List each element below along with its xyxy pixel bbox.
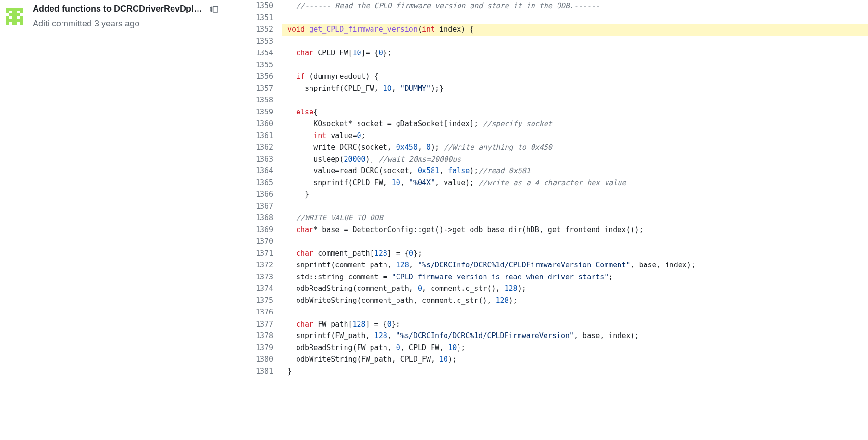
line-source[interactable]: odbReadString(comment_path, 0, comment.c… xyxy=(282,283,868,295)
line-number[interactable]: 1375 xyxy=(241,295,282,307)
line-source[interactable]: snprintf(comment_path, 128, "%s/DCRCInfo… xyxy=(282,259,868,271)
line-source[interactable] xyxy=(282,59,868,71)
line-number[interactable]: 1372 xyxy=(241,259,282,271)
line-source[interactable]: odbWriteString(FW_path, CPLD_FW, 10); xyxy=(282,353,868,365)
versions-icon[interactable] xyxy=(210,5,218,13)
line-number[interactable]: 1354 xyxy=(241,47,282,59)
line-number[interactable]: 1364 xyxy=(241,165,282,177)
line-source[interactable] xyxy=(282,36,868,48)
line-number[interactable]: 1355 xyxy=(241,59,282,71)
line-source[interactable] xyxy=(282,236,868,248)
svg-rect-10 xyxy=(20,16,23,19)
line-number[interactable]: 1369 xyxy=(241,224,282,236)
code-line: 1366 } xyxy=(241,189,868,201)
commit-title[interactable]: Added functions to DCRCDriverRevDplus... xyxy=(33,3,206,15)
svg-rect-11 xyxy=(12,16,17,19)
line-number[interactable]: 1351 xyxy=(241,12,282,24)
line-source[interactable]: int value=0; xyxy=(282,130,868,142)
code-line: 1378 snprintf(FW_path, 128, "%s/DCRCInfo… xyxy=(241,330,868,342)
code-line: 1363 usleep(20000); //wait 20ms=20000us xyxy=(241,153,868,165)
line-number[interactable]: 1373 xyxy=(241,271,282,283)
line-number[interactable]: 1356 xyxy=(241,71,282,83)
code-line: 1361 int value=0; xyxy=(241,130,868,142)
code-line: 1375 odbWriteString(comment_path, commen… xyxy=(241,295,868,307)
svg-rect-1 xyxy=(20,8,23,11)
line-number[interactable]: 1380 xyxy=(241,353,282,365)
code-line: 1370 xyxy=(241,236,868,248)
line-source[interactable]: snprintf(CPLD_FW, 10, "%04X", value); //… xyxy=(282,177,868,189)
line-number[interactable]: 1362 xyxy=(241,141,282,153)
code-line: 1381} xyxy=(241,365,868,377)
line-number[interactable]: 1357 xyxy=(241,83,282,95)
line-number[interactable]: 1370 xyxy=(241,236,282,248)
line-source[interactable]: char FW_path[128] = {0}; xyxy=(282,318,868,330)
line-number[interactable]: 1374 xyxy=(241,283,282,295)
line-source[interactable]: } xyxy=(282,365,868,377)
commit-info[interactable]: Added functions to DCRCDriverRevDplus...… xyxy=(3,3,235,30)
code-pane[interactable]: 1350 //------ Read the CPLD firmware ver… xyxy=(241,0,868,440)
code-line: 1356 if (dummyreadout) { xyxy=(241,71,868,83)
line-number[interactable]: 1376 xyxy=(241,306,282,318)
line-source[interactable]: //------ Read the CPLD firmware version … xyxy=(282,0,868,12)
line-source[interactable]: snprintf(CPLD_FW, 10, "DUMMY");} xyxy=(282,83,868,95)
app-root: Added functions to DCRCDriverRevDplus...… xyxy=(0,0,868,440)
line-source[interactable] xyxy=(282,201,868,213)
svg-rect-0 xyxy=(6,8,9,11)
line-source[interactable]: odbWriteString(comment_path, comment.c_s… xyxy=(282,295,868,307)
line-source[interactable]: } xyxy=(282,189,868,201)
line-source[interactable]: odbReadString(FW_path, 0, CPLD_FW, 10); xyxy=(282,342,868,354)
line-number[interactable]: 1363 xyxy=(241,153,282,165)
code-line: 1377 char FW_path[128] = {0}; xyxy=(241,318,868,330)
line-number[interactable]: 1379 xyxy=(241,342,282,354)
line-source[interactable]: void get_CPLD_firmware_version(int index… xyxy=(282,24,868,36)
line-number[interactable]: 1361 xyxy=(241,130,282,142)
line-source[interactable]: write_DCRC(socket, 0x450, 0); //Write an… xyxy=(282,141,868,153)
line-number[interactable]: 1365 xyxy=(241,177,282,189)
line-number[interactable]: 1381 xyxy=(241,365,282,377)
line-source[interactable] xyxy=(282,306,868,318)
code-line: 1353 xyxy=(241,36,868,48)
code-line: 1359 else{ xyxy=(241,106,868,118)
code-line: 1376 xyxy=(241,306,868,318)
line-source[interactable]: if (dummyreadout) { xyxy=(282,71,868,83)
line-number[interactable]: 1353 xyxy=(241,36,282,48)
line-source[interactable]: KOsocket* socket = gDataSocket[index]; /… xyxy=(282,118,868,130)
commit-title-row: Added functions to DCRCDriverRevDplus... xyxy=(33,3,235,15)
line-number[interactable]: 1368 xyxy=(241,212,282,224)
line-number[interactable]: 1377 xyxy=(241,318,282,330)
svg-rect-15 xyxy=(17,19,20,22)
line-number[interactable]: 1367 xyxy=(241,201,282,213)
line-number[interactable]: 1359 xyxy=(241,106,282,118)
line-number[interactable]: 1371 xyxy=(241,248,282,260)
code-line: 1380 odbWriteString(FW_path, CPLD_FW, 10… xyxy=(241,353,868,365)
line-source[interactable] xyxy=(282,12,868,24)
line-number[interactable]: 1358 xyxy=(241,94,282,106)
line-source[interactable]: char comment_path[128] = {0}; xyxy=(282,248,868,260)
line-number[interactable]: 1352 xyxy=(241,24,282,36)
svg-rect-7 xyxy=(12,11,17,13)
line-source[interactable]: else{ xyxy=(282,106,868,118)
svg-rect-16 xyxy=(12,19,17,22)
code-line: 1379 odbReadString(FW_path, 0, CPLD_FW, … xyxy=(241,342,868,354)
line-source[interactable]: snprintf(FW_path, 128, "%s/DCRCInfo/DCRC… xyxy=(282,330,868,342)
code-line: 1350 //------ Read the CPLD firmware ver… xyxy=(241,0,868,12)
line-source[interactable]: char* base = DetectorConfig::get()->get_… xyxy=(282,224,868,236)
line-number[interactable]: 1360 xyxy=(241,118,282,130)
svg-rect-12 xyxy=(6,19,9,22)
line-source[interactable]: std::string comment = "CPLD firmware ver… xyxy=(282,271,868,283)
avatar[interactable] xyxy=(3,5,26,28)
line-source[interactable]: usleep(20000); //wait 20ms=20000us xyxy=(282,153,868,165)
svg-rect-3 xyxy=(17,8,20,11)
code-line: 1358 xyxy=(241,94,868,106)
commit-author[interactable]: Aditi xyxy=(33,19,50,28)
line-number[interactable]: 1366 xyxy=(241,189,282,201)
line-source[interactable]: //WRITE VALUE TO ODB xyxy=(282,212,868,224)
commit-body: Added functions to DCRCDriverRevDplus...… xyxy=(33,3,235,30)
line-source[interactable]: char CPLD_FW[10]= {0}; xyxy=(282,47,868,59)
line-number[interactable]: 1378 xyxy=(241,330,282,342)
svg-rect-14 xyxy=(9,19,12,22)
line-source[interactable] xyxy=(282,94,868,106)
commit-time: 3 years ago xyxy=(94,19,139,28)
line-source[interactable]: value=read_DCRC(socket, 0x581, false);//… xyxy=(282,165,868,177)
line-number[interactable]: 1350 xyxy=(241,0,282,12)
